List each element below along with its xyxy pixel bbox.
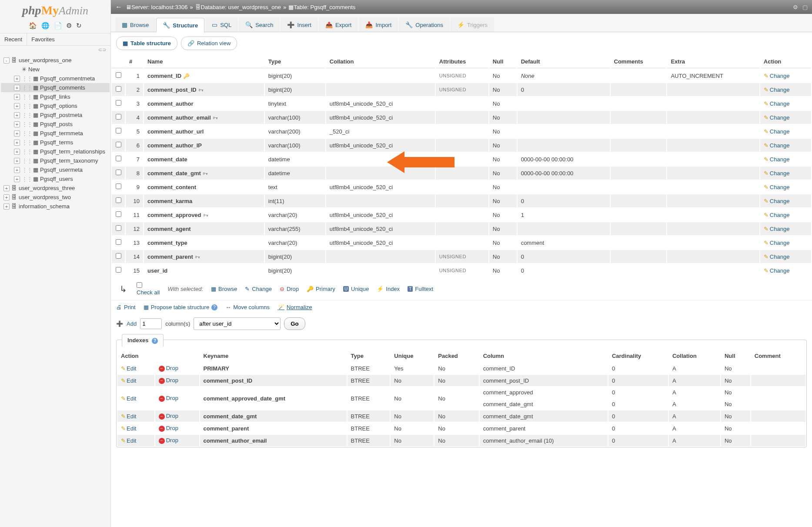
- tree-item[interactable]: +⋮⋮▦Pgsqff_users: [1, 174, 110, 183]
- tab-operations[interactable]: 🔧Operations: [399, 17, 450, 32]
- tree-item[interactable]: +⋮⋮▦Pgsqff_usermeta: [1, 165, 110, 174]
- tab-structure[interactable]: 🔧Structure: [156, 18, 204, 32]
- db-link[interactable]: user_wordpress_one: [228, 4, 281, 10]
- subtab-table-structure[interactable]: ▦Table structure: [116, 37, 177, 50]
- row-checkbox[interactable]: [116, 100, 121, 106]
- change-link[interactable]: Change: [770, 240, 790, 246]
- row-checkbox[interactable]: [116, 197, 121, 203]
- go-button[interactable]: Go: [284, 317, 305, 330]
- change-action[interactable]: ✎Change: [245, 286, 272, 292]
- expand-icon[interactable]: +: [14, 158, 20, 164]
- home-icon[interactable]: 🏠: [29, 22, 37, 29]
- exit-icon[interactable]: ▢: [802, 4, 808, 10]
- help-icon[interactable]: ?: [211, 304, 217, 310]
- change-link[interactable]: Change: [770, 156, 790, 163]
- drop-action[interactable]: ⊖ Drop: [280, 286, 299, 292]
- settings-icon[interactable]: ⚙: [66, 22, 72, 29]
- collapse-icon[interactable]: ⊂⊃: [0, 46, 110, 54]
- reload-icon[interactable]: ↻: [76, 22, 82, 29]
- edit-link[interactable]: Edit: [127, 425, 136, 432]
- expand-icon[interactable]: +: [14, 85, 20, 91]
- tab-triggers[interactable]: ⚡Triggers: [451, 17, 494, 32]
- row-checkbox[interactable]: [116, 114, 121, 120]
- logout-icon[interactable]: 🌐: [41, 22, 50, 29]
- change-link[interactable]: Change: [770, 198, 790, 204]
- edit-link[interactable]: Edit: [127, 365, 136, 372]
- row-checkbox[interactable]: [116, 142, 121, 147]
- subtab-relation-view[interactable]: 🔗Relation view: [181, 37, 237, 50]
- tree-item[interactable]: +⋮⋮▦Pgsqff_postmeta: [1, 110, 110, 120]
- tree-item[interactable]: ✳New: [1, 65, 110, 74]
- edit-link[interactable]: Edit: [127, 437, 136, 444]
- expand-icon[interactable]: +: [14, 121, 20, 127]
- change-link[interactable]: Change: [770, 212, 790, 218]
- tab-export[interactable]: 📤Export: [319, 17, 358, 32]
- index-action[interactable]: ⚡ Index: [377, 286, 400, 292]
- tab-import[interactable]: 📥Import: [359, 17, 398, 32]
- change-link[interactable]: Change: [770, 128, 790, 135]
- change-link[interactable]: Change: [770, 87, 790, 93]
- print-link[interactable]: 🖨 Print: [116, 304, 136, 310]
- drop-link[interactable]: Drop: [166, 437, 178, 444]
- row-checkbox[interactable]: [116, 225, 121, 231]
- row-checkbox[interactable]: [116, 253, 121, 259]
- propose-link[interactable]: ▦ Propose table structure ?: [144, 304, 217, 310]
- tree-item[interactable]: +⋮⋮▦Pgsqff_term_taxonomy: [1, 156, 110, 165]
- tree-item[interactable]: +⋮⋮▦Pgsqff_commentmeta: [1, 74, 110, 83]
- expand-icon[interactable]: +: [14, 176, 20, 182]
- row-checkbox[interactable]: [116, 86, 121, 92]
- tab-sql[interactable]: ▭SQL: [205, 17, 238, 32]
- tree-item[interactable]: -🗄user_wordpress_one: [1, 56, 110, 65]
- edit-link[interactable]: Edit: [127, 395, 136, 402]
- row-checkbox[interactable]: [116, 211, 121, 217]
- back-icon[interactable]: ←: [115, 3, 122, 11]
- row-checkbox[interactable]: [116, 183, 121, 189]
- recent-tab[interactable]: Recent: [0, 33, 27, 45]
- change-link[interactable]: Change: [770, 73, 790, 79]
- expand-icon[interactable]: +: [14, 94, 20, 100]
- change-link[interactable]: Change: [770, 184, 790, 190]
- tree-item[interactable]: +⋮⋮▦Pgsqff_posts: [1, 120, 110, 129]
- change-link[interactable]: Change: [770, 253, 790, 260]
- change-link[interactable]: Change: [770, 170, 790, 177]
- expand-icon[interactable]: +: [3, 194, 10, 200]
- edit-link[interactable]: Edit: [127, 377, 136, 384]
- expand-icon[interactable]: +: [14, 149, 20, 155]
- check-all[interactable]: Check all: [137, 282, 160, 296]
- help-icon[interactable]: ?: [152, 338, 158, 344]
- change-link[interactable]: Change: [770, 142, 790, 149]
- logo[interactable]: phpMyAdmin: [0, 2, 110, 20]
- tree-item[interactable]: +⋮⋮▦Pgsqff_options: [1, 101, 110, 110]
- expand-icon[interactable]: +: [14, 103, 20, 109]
- unique-action[interactable]: U Unique: [343, 286, 369, 292]
- tab-browse[interactable]: ▦Browse: [115, 17, 155, 32]
- drop-link[interactable]: Drop: [166, 425, 178, 431]
- tree-item[interactable]: +⋮⋮▦Pgsqff_comments: [1, 83, 110, 92]
- change-link[interactable]: Change: [770, 226, 790, 232]
- add-position-select[interactable]: after user_id: [194, 317, 281, 330]
- favorites-tab[interactable]: Favorites: [27, 33, 59, 45]
- expand-icon[interactable]: +: [14, 140, 20, 146]
- drop-link[interactable]: Drop: [166, 395, 178, 401]
- tree-item[interactable]: +⋮⋮▦Pgsqff_term_relationships: [1, 147, 110, 156]
- table-link[interactable]: Pgsqff_comments: [310, 4, 355, 10]
- change-link[interactable]: Change: [770, 100, 790, 107]
- expand-icon[interactable]: +: [14, 167, 20, 173]
- tab-search[interactable]: 🔍Search: [239, 17, 280, 32]
- expand-icon[interactable]: +: [3, 203, 10, 210]
- row-checkbox[interactable]: [116, 239, 121, 245]
- fulltext-action[interactable]: T Fulltext: [408, 286, 433, 292]
- tree-item[interactable]: +⋮⋮▦Pgsqff_terms: [1, 138, 110, 147]
- row-checkbox[interactable]: [116, 128, 121, 133]
- expand-icon[interactable]: +: [14, 112, 20, 118]
- primary-action[interactable]: 🔑 Primary: [307, 286, 335, 292]
- row-checkbox[interactable]: [116, 72, 121, 78]
- row-checkbox[interactable]: [116, 267, 121, 273]
- add-count-input[interactable]: [140, 318, 162, 329]
- tree-item[interactable]: +⋮⋮▦Pgsqff_links: [1, 92, 110, 101]
- edit-link[interactable]: Edit: [127, 413, 136, 420]
- tree-item[interactable]: +🗄user_wordpress_three: [1, 183, 110, 193]
- tree-item[interactable]: +⋮⋮▦Pgsqff_termmeta: [1, 129, 110, 138]
- change-link[interactable]: Change: [770, 114, 790, 121]
- expand-icon[interactable]: +: [3, 185, 10, 191]
